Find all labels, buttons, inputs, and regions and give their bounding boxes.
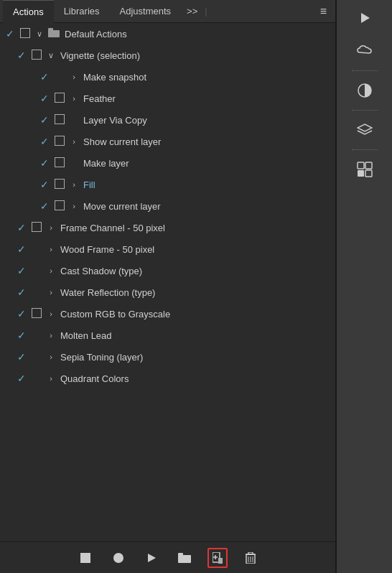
- list-item[interactable]: ✓ › Move current layer: [0, 195, 335, 217]
- sidebar-play-button[interactable]: [350, 3, 380, 33]
- action-label: Layer Via Copy: [80, 115, 332, 126]
- action-label: Water Reflection (type): [57, 287, 332, 298]
- sidebar-layers-button[interactable]: [350, 115, 380, 145]
- expand-arrow[interactable]: ›: [45, 353, 57, 361]
- list-item[interactable]: ✓ › Sepia Toning (layer): [0, 346, 335, 368]
- check-mark: ✓: [37, 136, 52, 147]
- expand-arrow[interactable]: ›: [45, 374, 57, 383]
- list-item[interactable]: ✓ › Show current layer: [0, 131, 335, 152]
- check-mark: ✓: [37, 179, 52, 190]
- bottom-toolbar: [0, 541, 335, 573]
- expand-arrow[interactable]: ›: [67, 137, 80, 146]
- list-item[interactable]: ✓ ∨ Vignette (selection): [0, 45, 335, 66]
- expand-arrow[interactable]: ›: [67, 73, 80, 81]
- action-label: Wood Frame - 50 pixel: [57, 244, 332, 255]
- step-icon: [52, 136, 67, 148]
- folder-icon: [17, 28, 33, 40]
- svg-rect-21: [365, 162, 372, 169]
- check-mark: ✓: [14, 308, 29, 320]
- check-mark: ✓: [3, 28, 17, 39]
- actions-list: ✓ ∨ Default Actions ✓ ∨ Vignette (select…: [0, 23, 335, 541]
- action-label: Frame Channel - 50 pixel: [57, 223, 332, 233]
- step-icon: [52, 157, 67, 169]
- tab-libraries[interactable]: Libraries: [54, 0, 110, 23]
- step-icon: [52, 93, 67, 105]
- list-item[interactable]: ✓ Make layer: [0, 152, 335, 174]
- folder-symbol: [46, 28, 62, 39]
- tab-more[interactable]: >>: [181, 6, 203, 17]
- check-mark: ✓: [14, 50, 29, 61]
- expand-arrow[interactable]: ›: [67, 202, 80, 210]
- svg-marker-4: [148, 554, 156, 562]
- tab-bar: Actions Libraries Adjustments >> | ≡: [0, 0, 335, 23]
- check-mark: ✓: [37, 114, 52, 126]
- expand-arrow[interactable]: ›: [45, 266, 57, 275]
- stop-button[interactable]: [75, 548, 95, 568]
- check-mark: ✓: [37, 93, 52, 104]
- action-label: Feather: [80, 93, 332, 104]
- expand-arrow[interactable]: ›: [67, 94, 80, 103]
- svg-point-3: [113, 553, 123, 563]
- step-icon: [52, 114, 67, 126]
- expand-arrow[interactable]: ∨: [33, 29, 46, 39]
- new-action-button[interactable]: [207, 548, 228, 568]
- action-label: Move current layer: [80, 201, 332, 212]
- expand-arrow[interactable]: ›: [45, 223, 57, 232]
- tab-actions[interactable]: Actions: [3, 0, 54, 23]
- check-mark: ✓: [37, 157, 52, 169]
- list-item[interactable]: ✓ › Frame Channel - 50 pixel: [0, 217, 335, 238]
- tab-adjustments[interactable]: Adjustments: [110, 0, 182, 23]
- list-item[interactable]: ✓ › Custom RGB to Grayscale: [0, 303, 335, 325]
- svg-rect-5: [178, 555, 191, 563]
- check-mark: ✓: [14, 351, 29, 363]
- action-label: Vignette (selection): [57, 50, 332, 61]
- list-item[interactable]: ✓ › Make snapshot: [0, 66, 335, 88]
- svg-rect-20: [358, 162, 364, 169]
- panel-menu-icon[interactable]: ≡: [314, 5, 332, 18]
- list-item[interactable]: ✓ › Water Reflection (type): [0, 281, 335, 303]
- expand-arrow[interactable]: ›: [45, 331, 57, 340]
- set-icon: [29, 308, 45, 320]
- tab-divider: |: [203, 6, 208, 17]
- right-sidebar: [336, 0, 392, 573]
- action-label: Default Actions: [62, 29, 332, 39]
- list-item[interactable]: ✓ › Wood Frame - 50 pixel: [0, 238, 335, 260]
- svg-rect-6: [178, 553, 183, 556]
- svg-rect-10: [218, 558, 223, 564]
- list-item[interactable]: ✓ › Quadrant Colors: [0, 368, 335, 389]
- expand-arrow[interactable]: ∨: [45, 51, 57, 60]
- sidebar-divider: [352, 149, 378, 150]
- list-item[interactable]: ✓ › Feather: [0, 88, 335, 109]
- expand-arrow[interactable]: ›: [45, 309, 57, 318]
- play-button[interactable]: [141, 548, 162, 568]
- expand-arrow[interactable]: ›: [45, 245, 57, 253]
- sidebar-channels-button[interactable]: [350, 154, 380, 185]
- step-icon: [52, 179, 67, 191]
- check-mark: ✓: [37, 71, 52, 83]
- check-mark: ✓: [14, 330, 29, 341]
- check-mark: ✓: [14, 286, 29, 298]
- check-mark: ✓: [37, 200, 52, 212]
- list-item[interactable]: ✓ › Fill: [0, 174, 335, 195]
- list-item[interactable]: ✓ › Molten Lead: [0, 325, 335, 346]
- sidebar-divider: [352, 110, 378, 111]
- set-icon: [29, 50, 45, 62]
- list-item[interactable]: ✓ Layer Via Copy: [0, 109, 335, 131]
- record-button[interactable]: [108, 548, 129, 568]
- check-mark: ✓: [14, 373, 29, 384]
- sidebar-adjustment-button[interactable]: [350, 75, 380, 106]
- set-icon: [29, 222, 45, 234]
- action-label: Quadrant Colors: [57, 373, 332, 384]
- delete-button[interactable]: [241, 548, 261, 568]
- sidebar-divider: [352, 70, 378, 71]
- sidebar-creative-cloud-button[interactable]: [350, 36, 380, 66]
- expand-arrow[interactable]: ›: [45, 288, 57, 297]
- svg-rect-0: [48, 30, 60, 37]
- svg-marker-19: [358, 124, 372, 131]
- expand-arrow[interactable]: ›: [67, 180, 80, 189]
- list-item[interactable]: ✓ ∨ Default Actions: [0, 23, 335, 45]
- new-set-button[interactable]: [174, 548, 195, 568]
- svg-rect-23: [365, 170, 372, 177]
- list-item[interactable]: ✓ › Cast Shadow (type): [0, 260, 335, 281]
- action-label: Custom RGB to Grayscale: [57, 309, 332, 320]
